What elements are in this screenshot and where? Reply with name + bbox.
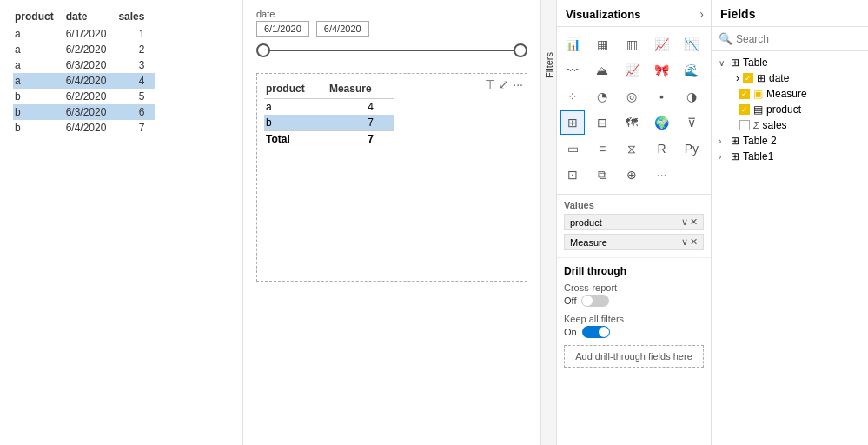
viz-icon-bar-chart2[interactable]: 📈: [650, 32, 674, 56]
slicer-dates: 6/1/2020 6/4/2020: [256, 21, 527, 37]
cross-report-label: Cross-report: [564, 282, 704, 293]
fields-panel: Fields 🔍 ∨ ⊞ Table › ✓ ⊞ date ✓ ▣ Measur…: [712, 0, 868, 445]
table1-icon: ⊞: [731, 150, 739, 163]
tree-sub-item-date[interactable]: › ✓ ⊞ date: [729, 70, 868, 86]
pill-measure-actions: ∨ ✕: [681, 236, 698, 248]
fields-tree: ∨ ⊞ Table › ✓ ⊞ date ✓ ▣ Measure ✓: [712, 51, 868, 168]
table2-icon: ⊞: [731, 135, 739, 147]
viz-icon-treemap[interactable]: ▪: [650, 84, 674, 109]
filter-icon[interactable]: ⊤: [485, 77, 495, 91]
slicer-handle-left[interactable]: [256, 43, 270, 57]
viz-icon-funnel[interactable]: ⊽: [679, 110, 704, 135]
tree-item-table2[interactable]: › ⊞ Table 2: [712, 133, 868, 149]
visual-col-measure: Measure: [328, 81, 394, 99]
viz-icon-r[interactable]: R: [650, 136, 674, 161]
value-pill-product: product ∨ ✕: [564, 214, 704, 230]
viz-icon-custom1[interactable]: ⧉: [590, 163, 614, 187]
slicer-label: date: [256, 9, 527, 19]
viz-icon-gauge[interactable]: ◑: [679, 84, 704, 109]
values-section-label: Values: [564, 200, 704, 210]
slicer-slider[interactable]: [256, 40, 527, 61]
cross-report-row: Cross-report Off: [564, 282, 704, 307]
keep-filters-toggle-knob: [599, 327, 609, 337]
viz-icon-100pct-bar[interactable]: ▥: [620, 32, 644, 56]
viz-icon-ribbon[interactable]: 🎀: [650, 58, 674, 83]
tree-item-table[interactable]: ∨ ⊞ Table: [712, 55, 868, 70]
viz-icon-slicer[interactable]: ⧖: [620, 136, 644, 161]
viz-icon-kpi[interactable]: ⊡: [560, 163, 585, 187]
tree-item-table1[interactable]: › ⊞ Table1: [712, 149, 868, 164]
viz-icon-card[interactable]: ▭: [560, 136, 585, 161]
tree-sub-item-product[interactable]: ✓ ▤ product: [729, 102, 868, 117]
viz-icon-scatter[interactable]: ⁘: [560, 84, 585, 109]
viz-icon-more[interactable]: ···: [650, 163, 674, 187]
viz-icon-line2[interactable]: 📈: [620, 58, 644, 83]
drill-add-fields-box[interactable]: Add drill-through fields here: [564, 345, 704, 368]
viz-panel-title: Visualizations: [566, 8, 640, 21]
slicer-start-date[interactable]: 6/1/2020: [256, 21, 309, 37]
checkbox-product[interactable]: ✓: [739, 104, 750, 115]
keep-filters-label: Keep all filters: [564, 314, 704, 324]
cross-report-toggle[interactable]: [581, 295, 609, 307]
pill-product-remove[interactable]: ✕: [690, 216, 698, 228]
viz-icon-filled-map[interactable]: 🌍: [650, 110, 674, 135]
visual-table-total-row: Total 7: [264, 131, 394, 148]
col-header-sales: sales: [116, 9, 155, 26]
viz-icons-grid: 📊 ▦ ▥ 📈 📉 〰 ⛰ 📈 🎀 🌊 ⁘ ◔ ◎ ▪ ◑ ⊞ ⊟ 🗺 🌍 ⊽ …: [557, 27, 711, 192]
drill-through-title: Drill through: [564, 265, 704, 277]
viz-icon-line[interactable]: 〰: [560, 58, 585, 83]
viz-icon-column[interactable]: 📉: [679, 32, 704, 56]
checkbox-sales[interactable]: [739, 120, 750, 130]
viz-panel-collapse-arrow[interactable]: ›: [699, 7, 704, 21]
fields-search-box: 🔍: [712, 27, 868, 51]
pill-measure-remove[interactable]: ✕: [690, 236, 698, 248]
viz-icon-py[interactable]: Py: [679, 136, 704, 161]
product-field-icon: ▤: [753, 103, 763, 116]
tree-arrow-table1: ›: [719, 152, 727, 162]
tree-sub-item-measure[interactable]: ✓ ▣ Measure: [729, 86, 868, 102]
viz-icon-donut[interactable]: ◎: [620, 84, 644, 109]
search-icon: 🔍: [719, 32, 732, 45]
measure-icon: ▣: [753, 88, 763, 100]
tree-sub-label-sales: sales: [763, 119, 787, 131]
data-table: product date sales a 6/1/2020 1 a 6/2/20…: [13, 9, 155, 136]
keep-filters-toggle-label: On: [564, 327, 577, 337]
visual-toolbar: ⊤ ⤢ ···: [485, 77, 523, 91]
table-row: b 6/2/2020 5: [13, 89, 155, 104]
viz-icon-pie[interactable]: ◔: [590, 84, 614, 109]
visual-table-row: b 7: [264, 115, 394, 131]
viz-icon-area[interactable]: ⛰: [590, 58, 614, 83]
viz-icon-waterfall[interactable]: 🌊: [679, 58, 704, 83]
sigma-icon: Σ: [753, 120, 759, 130]
keep-filters-toggle-row: On: [564, 326, 704, 338]
viz-icon-bar[interactable]: 📊: [560, 32, 585, 56]
search-input[interactable]: [736, 33, 866, 45]
viz-icon-multirow-card[interactable]: ≡: [590, 136, 614, 161]
viz-icon-stacked-bar[interactable]: ▦: [590, 32, 614, 56]
visualizations-panel: Visualizations › 📊 ▦ ▥ 📈 📉 〰 ⛰ 📈 🎀 🌊 ⁘ ◔…: [557, 0, 712, 445]
viz-icon-map[interactable]: 🗺: [620, 110, 644, 135]
expand-icon[interactable]: ⤢: [499, 77, 509, 91]
pill-measure-chevron[interactable]: ∨: [681, 236, 688, 248]
col-header-product: product: [13, 9, 64, 26]
tree-sub-table: › ✓ ⊞ date ✓ ▣ Measure ✓ ▤ product: [712, 70, 868, 133]
viz-icon-matrix[interactable]: ⊟: [590, 110, 614, 135]
slicer-end-date[interactable]: 6/4/2020: [316, 21, 369, 37]
viz-icon-custom2[interactable]: ⊕: [620, 163, 644, 187]
tree-sub-item-sales[interactable]: Σ sales: [729, 117, 868, 133]
data-table-panel: product date sales a 6/1/2020 1 a 6/2/20…: [0, 0, 243, 445]
slicer-handle-right[interactable]: [514, 43, 527, 57]
more-options-icon[interactable]: ···: [513, 77, 523, 91]
checkbox-date[interactable]: ✓: [743, 73, 753, 83]
pill-product-chevron[interactable]: ∨: [681, 216, 688, 228]
values-section: Values product ∨ ✕ Measure ∨ ✕: [557, 196, 711, 254]
keep-filters-toggle[interactable]: [582, 326, 610, 338]
checkbox-measure[interactable]: ✓: [739, 89, 750, 99]
pill-product-text: product: [570, 217, 681, 228]
table-icon: ⊞: [731, 56, 739, 69]
drill-through-section: Drill through Cross-report Off Keep all …: [557, 257, 711, 368]
value-pill-measure: Measure ∨ ✕: [564, 234, 704, 250]
filters-sidebar-tab[interactable]: Filters: [541, 0, 557, 445]
viz-icon-table[interactable]: ⊞: [560, 110, 585, 135]
viz-panel-header: Visualizations ›: [557, 0, 711, 27]
